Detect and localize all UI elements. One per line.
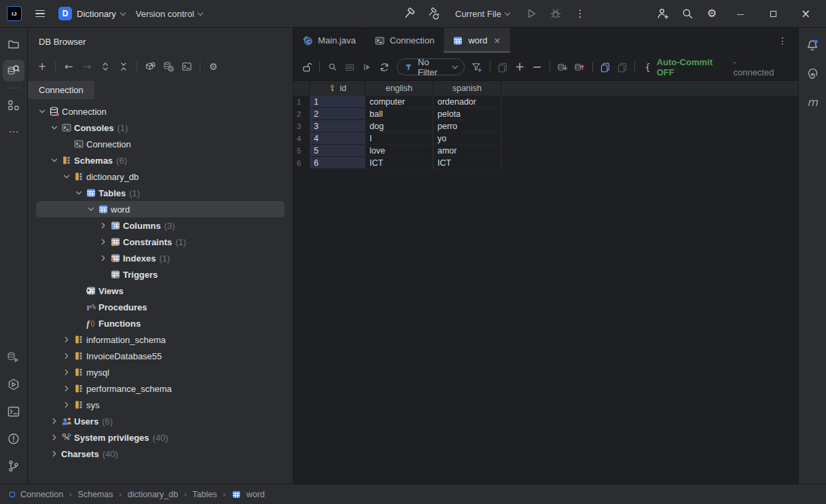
tree-item-console-connection[interactable]: Connection (36, 136, 285, 152)
insert-row-button[interactable]: + (511, 58, 528, 76)
grid-corner[interactable] (293, 81, 310, 96)
column-header-english[interactable]: english (365, 81, 433, 96)
breadcrumb-word[interactable]: word (232, 490, 265, 499)
tree-item-performance-schema[interactable]: performance_schema (36, 380, 285, 397)
table-row[interactable]: 5 5 love amor (293, 145, 798, 157)
maximize-button[interactable] (759, 4, 787, 23)
connection-filter-tab[interactable]: Connection (28, 81, 94, 99)
value-editor-button[interactable]: { (639, 58, 656, 76)
tree-item-system-privileges[interactable]: System privileges(40) (36, 429, 285, 446)
db-console-tool-button[interactable] (3, 346, 24, 368)
open-console-button[interactable] (178, 58, 196, 75)
cell-id[interactable]: 3 (310, 120, 365, 132)
tree-item-triggers[interactable]: Triggers (36, 266, 285, 283)
version-control-menu[interactable]: Version control (136, 9, 202, 19)
object-browser-button[interactable] (141, 58, 159, 75)
row-number[interactable]: 3 (293, 120, 310, 132)
cell-id[interactable]: 6 (310, 157, 365, 169)
tree-item-information-schema[interactable]: information_schema (36, 331, 285, 348)
forward-button[interactable]: → (78, 58, 96, 75)
tree-item-consoles[interactable]: Consoles(1) (36, 120, 285, 136)
chevron-right-icon[interactable] (60, 350, 72, 361)
tab-main-java[interactable]: Main.java (293, 28, 365, 53)
export-data-button[interactable] (571, 58, 588, 76)
column-header-id[interactable]: id (310, 81, 365, 96)
row-number[interactable]: 6 (293, 157, 310, 169)
terminal-tool-button[interactable] (3, 401, 24, 422)
autocommit-status[interactable]: Auto-Commit OFF (657, 57, 728, 77)
breadcrumb-schemas[interactable]: Schemas (77, 490, 113, 499)
version-control-tool-button[interactable] (3, 455, 24, 477)
ai-assistant-button[interactable] (802, 63, 823, 85)
table-row[interactable]: 6 6 ICT ICT (293, 157, 798, 169)
breadcrumb-connection[interactable]: Connection (10, 490, 63, 499)
duplicate-record-button[interactable] (596, 58, 613, 76)
cell-spanish[interactable]: ordenador (433, 96, 501, 108)
column-header-spanish[interactable]: spanish (433, 81, 501, 96)
chevron-right-icon[interactable] (97, 220, 109, 231)
add-user-button[interactable] (653, 4, 672, 23)
rebuild-button[interactable] (424, 4, 443, 23)
chevron-down-icon[interactable] (48, 122, 60, 133)
cell-spanish[interactable]: amor (433, 145, 501, 157)
chevron-right-icon[interactable] (97, 236, 109, 247)
table-row[interactable]: 2 2 ball pelota (293, 108, 798, 120)
tree-item-dictionary-db[interactable]: dictionary_db (36, 168, 285, 185)
tree-item-charsets[interactable]: Charsets(40) (36, 446, 285, 462)
close-button[interactable]: × (792, 4, 819, 23)
tab-connection[interactable]: Connection (365, 28, 444, 53)
row-number[interactable]: 4 (293, 132, 310, 145)
chevron-right-icon[interactable] (60, 334, 72, 345)
import-data-button[interactable] (554, 58, 571, 76)
maven-tool-button[interactable]: m (802, 92, 823, 113)
back-button[interactable]: ← (60, 58, 77, 75)
problems-tool-button[interactable] (3, 428, 24, 450)
main-menu-icon[interactable] (33, 7, 48, 20)
tree-item-tables[interactable]: Tables(1) (36, 185, 285, 201)
lock-open-icon[interactable] (299, 58, 315, 76)
chevron-down-icon[interactable] (48, 155, 60, 166)
project-tool-button[interactable] (3, 33, 24, 55)
search-data-button[interactable] (324, 58, 340, 76)
tree-item-connection[interactable]: Connection (36, 103, 285, 120)
table-row[interactable]: 3 3 dog perro (293, 120, 798, 132)
run-button[interactable] (522, 4, 541, 23)
add-filter-button[interactable] (469, 58, 485, 76)
cell-id[interactable]: 1 (310, 96, 365, 108)
add-connection-button[interactable]: + (33, 58, 51, 75)
chevron-down-icon[interactable] (36, 106, 48, 117)
tree-item-invoicedatabase55[interactable]: InvoiceDatabase55 (36, 348, 285, 364)
cell-id[interactable]: 5 (310, 145, 365, 157)
chevron-right-icon[interactable] (48, 416, 60, 427)
more-actions-button[interactable]: ⋮ (571, 4, 590, 23)
tree-item-indexes[interactable]: Indexes(1) (36, 250, 285, 266)
tree-item-mysql[interactable]: mysql (36, 364, 285, 380)
close-tab-icon[interactable]: × (494, 36, 501, 45)
tree-item-functions[interactable]: Functions (36, 315, 285, 331)
settings-button[interactable]: ⚙ (702, 4, 721, 23)
breadcrumb-tables[interactable]: Tables (192, 490, 217, 499)
reload-data-button[interactable] (376, 58, 393, 76)
copy-row-button[interactable] (494, 58, 510, 76)
more-tools-button[interactable]: ⋯ (3, 121, 24, 143)
notifications-button[interactable] (802, 35, 823, 56)
collapse-all-button[interactable] (115, 58, 132, 75)
row-number[interactable]: 5 (293, 145, 310, 157)
tree-item-sys[interactable]: sys (36, 397, 285, 413)
cell-english[interactable]: love (365, 145, 433, 157)
cell-spanish[interactable]: pelota (433, 108, 501, 120)
tree-item-constraints[interactable]: Constraints(1) (36, 234, 285, 250)
fetch-next-button[interactable] (359, 58, 375, 76)
tab-options-button[interactable]: ⋮ (774, 32, 791, 50)
tree-item-views[interactable]: Views (36, 283, 285, 299)
cell-english[interactable]: I (365, 132, 433, 145)
chevron-right-icon[interactable] (60, 399, 72, 410)
row-number[interactable]: 1 (293, 96, 310, 108)
chevron-right-icon[interactable] (48, 448, 60, 459)
row-number[interactable]: 2 (293, 108, 310, 120)
tree-item-columns[interactable]: Columns(3) (36, 217, 285, 234)
tab-word[interactable]: word× (444, 28, 510, 53)
cell-id[interactable]: 2 (310, 108, 365, 120)
paste-record-button[interactable] (614, 58, 630, 76)
tree-item-schemas[interactable]: Schemas(6) (36, 152, 285, 168)
